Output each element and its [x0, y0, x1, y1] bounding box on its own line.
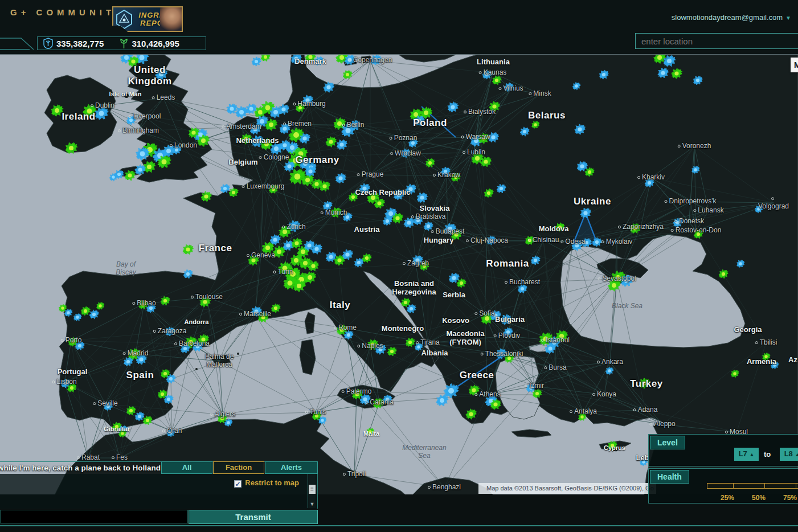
- enlightened-score: 310,426,995: [132, 39, 179, 48]
- chat-scrollbar[interactable]: ≡ ▼: [308, 474, 316, 508]
- scroll-down-button[interactable]: ▼: [309, 501, 316, 508]
- tab-faction[interactable]: Faction: [213, 461, 264, 474]
- map-type-button[interactable]: M: [791, 58, 798, 72]
- level-to-select[interactable]: L8 ▲: [780, 448, 798, 461]
- portal-cluster[interactable]: [343, 330, 354, 339]
- health-tick-25: 25%: [721, 494, 734, 502]
- comm-panel: while I'm here, catch a plane back to Ho…: [0, 461, 318, 525]
- health-tick-75: 75%: [783, 494, 797, 502]
- transmit-button[interactable]: Transmit: [189, 510, 318, 524]
- health-label: Health: [650, 470, 689, 484]
- chevron-down-icon: ▼: [785, 15, 791, 21]
- banner-anchor-photo: [160, 7, 182, 31]
- map-attribution: Map data ©2013 Basarsoft, GeoBasis-DE/BK…: [478, 483, 656, 494]
- portal-cluster[interactable]: [382, 395, 392, 404]
- level-filter-panel: Level L7 ▲ to L8 ▲: [648, 434, 798, 466]
- chat-input-row: Transmit: [0, 510, 318, 525]
- account-email: slowmotiondaydream@gmail.com: [672, 13, 783, 22]
- health-slider[interactable]: [707, 483, 798, 489]
- chat-input[interactable]: [0, 510, 188, 523]
- resistance-icon: [43, 38, 53, 49]
- bottom-divider-line: [0, 525, 798, 526]
- portal-cluster[interactable]: [163, 395, 174, 404]
- intel-map[interactable]: Map data ©2013 Basarsoft, GeoBasis-DE/BK…: [0, 54, 798, 494]
- level-to-text: to: [764, 450, 771, 459]
- resistance-score: 335,382,775: [56, 39, 104, 48]
- health-tick-50: 50%: [752, 494, 766, 502]
- health-filter-panel: Health 25% 50% 75%: [648, 468, 798, 504]
- community-link[interactable]: G+ COMMUNITY: [10, 7, 125, 17]
- restrict-to-map-control[interactable]: ✓Restrict to map: [234, 478, 299, 488]
- ingress-logo-icon: [116, 10, 133, 29]
- level-from-select[interactable]: L7 ▲: [734, 448, 759, 461]
- triangle-up-icon: ▲: [795, 452, 798, 457]
- map-canvas-layers[interactable]: [0, 55, 798, 494]
- enlightened-icon: [120, 38, 128, 49]
- tab-all[interactable]: All: [161, 461, 212, 474]
- account-menu[interactable]: slowmotiondaydream@gmail.com▼: [672, 13, 791, 22]
- tab-alerts[interactable]: Alerts: [265, 461, 318, 474]
- ingress-report-banner[interactable]: INGRESS REPORT: [112, 6, 183, 32]
- header-bar: G+ COMMUNITY INGRESS REPORT 335,382,775: [0, 0, 798, 54]
- ingress-intel-page: G+ COMMUNITY INGRESS REPORT 335,382,775: [0, 0, 798, 532]
- faction-score-bar: 335,382,775 310,426,995: [37, 36, 206, 50]
- map-canvas[interactable]: [0, 55, 798, 494]
- level-label: Level: [650, 436, 685, 449]
- restrict-checkbox[interactable]: ✓: [234, 480, 242, 488]
- portal-cluster[interactable]: [639, 378, 650, 389]
- location-search-input[interactable]: [635, 33, 798, 49]
- chat-body: ✓Restrict to map: [0, 474, 318, 509]
- portal-cluster[interactable]: [228, 188, 239, 197]
- triangle-up-icon: ▲: [749, 452, 754, 457]
- restrict-label: Restrict to map: [245, 478, 299, 487]
- scroll-up-button[interactable]: ≡: [309, 485, 316, 494]
- chat-message: while I'm here, catch a plane back to Ho…: [0, 464, 164, 474]
- portal-cluster[interactable]: [293, 280, 306, 292]
